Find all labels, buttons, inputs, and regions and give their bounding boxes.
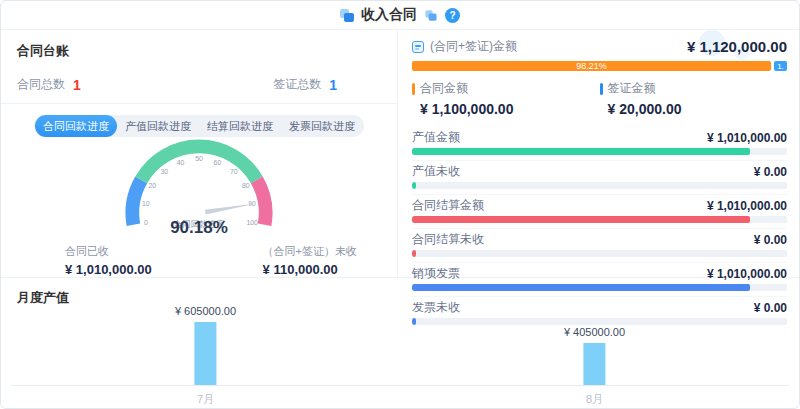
- contract-count-value: 1: [73, 77, 81, 93]
- summary-progress-bar: 98.21% 1.: [412, 61, 787, 71]
- contract-count: 合同总数 1: [17, 76, 81, 93]
- bar-category-label: 8月: [586, 392, 603, 407]
- visa-count-value: 1: [329, 77, 337, 93]
- gauge-needle: [205, 203, 258, 214]
- gauge-stat-label: （合同+签证）未收: [263, 244, 357, 259]
- legend-value: ¥ 20,000.00: [608, 101, 788, 117]
- metric-label: 产值金额: [412, 129, 460, 146]
- income-contract-dashboard: 收入合同 ? 合同台账 合同总数 1 签证总数 1 合同回款进度: [0, 0, 800, 409]
- metric-row: 合同结算未收¥ 0.00: [412, 229, 787, 263]
- metric-row: 产值金额¥ 1,010,000.00: [412, 127, 787, 161]
- gauge-tick: 90: [248, 200, 256, 207]
- gauge-value: 90.18%: [1, 218, 397, 238]
- metric-bar-fill: [412, 216, 750, 223]
- page-header: 收入合同 ?: [1, 1, 799, 29]
- ledger-section: 合同台账 合同总数 1 签证总数 1: [1, 30, 397, 104]
- metric-value: ¥ 0.00: [754, 233, 787, 247]
- legend-item: 签证金额¥ 20,000.00: [600, 80, 788, 117]
- metric-bar-track: [412, 318, 787, 325]
- gauge-tick: 70: [230, 168, 238, 175]
- metric-value: ¥ 1,010,000.00: [707, 267, 787, 281]
- main-area: 合同台账 合同总数 1 签证总数 1 合同回款进度产值回款进度结算回款进度发票回…: [1, 29, 799, 277]
- bar: [583, 343, 605, 385]
- summary-legend: 合同金额¥ 1,100,000.00签证金额¥ 20,000.00: [412, 80, 787, 117]
- legend-value: ¥ 1,100,000.00: [420, 101, 600, 117]
- right-panel: (合同+签证)金额 ¥ 1,120,000.00 98.21% 1. 合同金额¥…: [398, 30, 799, 277]
- ledger-title: 合同台账: [17, 42, 337, 60]
- metric-bar-fill: [412, 284, 750, 291]
- gauge-tick: 10: [142, 200, 150, 207]
- metric-bar-track: [412, 148, 787, 155]
- help-icon[interactable]: ?: [445, 8, 460, 23]
- left-panel: 合同台账 合同总数 1 签证总数 1 合同回款进度产值回款进度结算回款进度发票回…: [1, 30, 398, 277]
- gauge-tick: 30: [160, 168, 168, 175]
- metric-bar-fill: [412, 318, 416, 325]
- legend-item: 合同金额¥ 1,100,000.00: [412, 80, 600, 117]
- tab-结算回款进度[interactable]: 结算回款进度: [199, 115, 281, 137]
- folder-icon: [425, 10, 436, 20]
- bar-value-label: ¥ 605000.00: [175, 305, 236, 317]
- gauge-tick: 50: [195, 155, 203, 162]
- legend-label: 签证金额: [608, 80, 656, 97]
- metric-bar-track: [412, 250, 787, 257]
- metric-row: 发票未收¥ 0.00: [412, 297, 787, 330]
- visa-count-label: 签证总数: [273, 76, 321, 93]
- gauge-stat-value: ¥ 110,000.00: [263, 262, 357, 277]
- gauge-stat: 合同已收¥ 1,010,000.00: [65, 244, 152, 277]
- gauge-stat: （合同+签证）未收¥ 110,000.00: [263, 244, 357, 277]
- metric-label: 发票未收: [412, 299, 460, 316]
- gauge-stat-value: ¥ 1,010,000.00: [65, 262, 152, 277]
- gauge-chart: 0102030405060708090100合同回款进度: [114, 137, 284, 228]
- document-icon: [412, 41, 424, 53]
- gauge-tick: 20: [148, 182, 156, 189]
- metric-row: 产值未收¥ 0.00: [412, 161, 787, 195]
- tab-合同回款进度[interactable]: 合同回款进度: [35, 115, 117, 137]
- metric-value: ¥ 0.00: [754, 301, 787, 315]
- metric-label: 销项发票: [412, 265, 460, 282]
- folder-icon: [340, 9, 354, 22]
- summary-label: (合同+签证)金额: [430, 38, 517, 55]
- contract-count-label: 合同总数: [17, 76, 65, 93]
- metric-bar-fill: [412, 250, 416, 257]
- bar-group: ¥ 405000.008月: [564, 326, 625, 385]
- bar: [194, 322, 216, 385]
- metric-value: ¥ 1,010,000.00: [707, 131, 787, 145]
- metric-label: 合同结算金额: [412, 197, 484, 214]
- metric-bar-fill: [412, 182, 416, 189]
- gauge-tick: 60: [214, 159, 222, 166]
- metric-list: 产值金额¥ 1,010,000.00产值未收¥ 0.00合同结算金额¥ 1,01…: [412, 127, 787, 330]
- legend-marker: [600, 83, 603, 95]
- gauge-tick: 80: [242, 182, 250, 189]
- metric-row: 销项发票¥ 1,010,000.00: [412, 263, 787, 297]
- summary-row: (合同+签证)金额 ¥ 1,120,000.00: [412, 38, 787, 55]
- summary-total: ¥ 1,120,000.00: [687, 38, 787, 55]
- ledger-stats: 合同总数 1 签证总数 1: [17, 76, 337, 93]
- legend-marker: [412, 83, 415, 95]
- contract-amount-segment: 98.21%: [412, 61, 771, 71]
- metric-row: 合同结算金额¥ 1,010,000.00: [412, 195, 787, 229]
- progress-tabs: 合同回款进度产值回款进度结算回款进度发票回款进度: [34, 115, 364, 137]
- legend-label: 合同金额: [420, 80, 468, 97]
- metric-value: ¥ 0.00: [754, 165, 787, 179]
- visa-amount-segment: 1.: [774, 61, 787, 71]
- gauge-footer: 合同已收¥ 1,010,000.00（合同+签证）未收¥ 110,000.00: [1, 238, 397, 277]
- gauge-segment: [141, 146, 257, 179]
- bar-category-label: 7月: [197, 392, 214, 407]
- bar-group: ¥ 605000.007月: [175, 305, 236, 385]
- gauge-tick: 40: [177, 159, 185, 166]
- metric-bar-track: [412, 284, 787, 291]
- metric-label: 合同结算未收: [412, 231, 484, 248]
- gauge-stat-label: 合同已收: [65, 244, 152, 259]
- tab-产值回款进度[interactable]: 产值回款进度: [117, 115, 199, 137]
- metric-bar-track: [412, 182, 787, 189]
- page-title: 收入合同: [361, 6, 417, 24]
- summary-label-wrap: (合同+签证)金额: [412, 38, 517, 55]
- gauge-section: 合同回款进度产值回款进度结算回款进度发票回款进度 010203040506070…: [1, 104, 397, 277]
- visa-count: 签证总数 1: [273, 76, 337, 93]
- metric-bar-fill: [412, 148, 750, 155]
- metric-value: ¥ 1,010,000.00: [707, 199, 787, 213]
- tab-发票回款进度[interactable]: 发票回款进度: [281, 115, 363, 137]
- metric-label: 产值未收: [412, 163, 460, 180]
- metric-bar-track: [412, 216, 787, 223]
